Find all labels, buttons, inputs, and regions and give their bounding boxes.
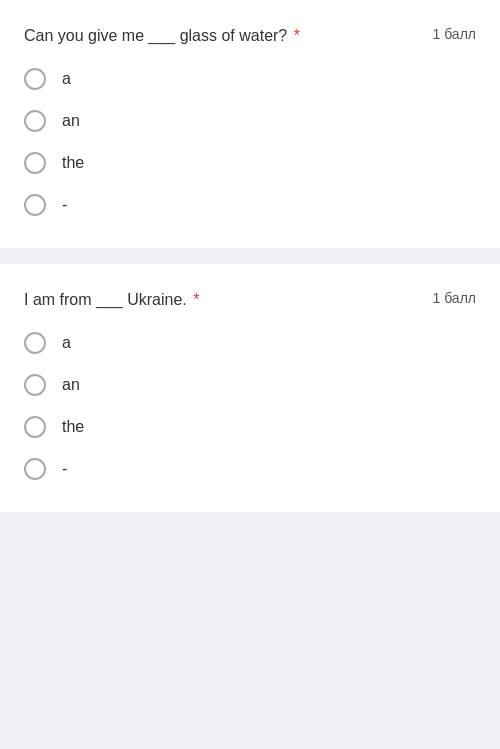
question-2-points: 1 балл xyxy=(433,290,477,306)
option-q2-a[interactable]: a xyxy=(24,332,476,354)
option-q2-the-label: the xyxy=(62,418,84,436)
radio-q2-an[interactable] xyxy=(24,374,46,396)
option-q2-dash-label: - xyxy=(62,460,67,478)
question-1-card: Can you give me ___ glass of water? * 1 … xyxy=(0,0,500,248)
radio-q1-the[interactable] xyxy=(24,152,46,174)
radio-q1-dash[interactable] xyxy=(24,194,46,216)
option-q1-an-label: an xyxy=(62,112,80,130)
question-2-text: I am from ___ Ukraine. * xyxy=(24,288,417,312)
radio-q2-dash[interactable] xyxy=(24,458,46,480)
option-q1-the[interactable]: the xyxy=(24,152,476,174)
question-1-options: a an the - xyxy=(24,68,476,216)
option-q2-an[interactable]: an xyxy=(24,374,476,396)
divider xyxy=(0,256,500,264)
option-q2-an-label: an xyxy=(62,376,80,394)
radio-q1-a[interactable] xyxy=(24,68,46,90)
option-q1-a[interactable]: a xyxy=(24,68,476,90)
option-q2-dash[interactable]: - xyxy=(24,458,476,480)
option-q1-the-label: the xyxy=(62,154,84,172)
radio-q1-an[interactable] xyxy=(24,110,46,132)
question-1-points: 1 балл xyxy=(433,26,477,42)
option-q2-the[interactable]: the xyxy=(24,416,476,438)
option-q1-dash[interactable]: - xyxy=(24,194,476,216)
option-q1-a-label: a xyxy=(62,70,71,88)
radio-q2-the[interactable] xyxy=(24,416,46,438)
question-2-card: I am from ___ Ukraine. * 1 балл a an the… xyxy=(0,264,500,512)
radio-q2-a[interactable] xyxy=(24,332,46,354)
question-1-required: * xyxy=(294,27,300,44)
question-1-text: Can you give me ___ glass of water? * xyxy=(24,24,417,48)
option-q1-an[interactable]: an xyxy=(24,110,476,132)
question-2-required: * xyxy=(193,291,199,308)
option-q2-a-label: a xyxy=(62,334,71,352)
option-q1-dash-label: - xyxy=(62,196,67,214)
question-2-options: a an the - xyxy=(24,332,476,480)
